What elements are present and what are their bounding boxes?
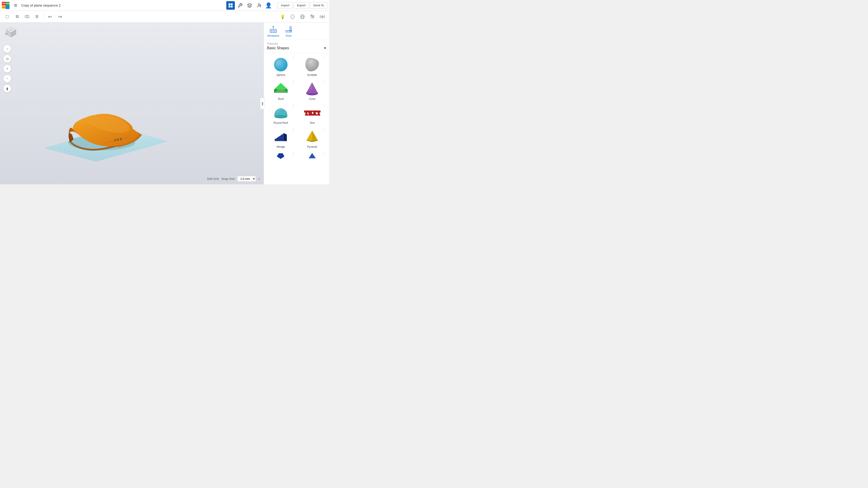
svg-rect-2 [228, 6, 230, 7]
viewport[interactable]: BACK TOP BACK ⌂ ⊙ + − ⧫ [0, 23, 264, 184]
snap-grid-label: Snap Grid [221, 177, 235, 181]
copy-button[interactable]: ⧉ [13, 12, 22, 21]
redo-button[interactable]: ↪ [55, 12, 64, 21]
svg-marker-88 [306, 131, 312, 142]
round-roof-icon [272, 105, 290, 121]
group-button[interactable] [23, 12, 32, 21]
ruler-button[interactable]: Ruler [285, 25, 293, 37]
project-title: Copy of plane sequence 2 [21, 3, 226, 7]
cone-icon [303, 80, 321, 96]
svg-rect-0 [228, 3, 230, 5]
zoom-in-button[interactable]: + [3, 65, 11, 73]
svg-rect-9 [28, 15, 29, 17]
shape-item-partial-2[interactable]: ☆ [297, 151, 328, 162]
svg-marker-91 [309, 153, 316, 158]
shape-category-dropdown[interactable]: Basic Shapes ▾ [267, 45, 326, 51]
star-partial-2-button[interactable]: ☆ [323, 152, 326, 155]
partial-shape-1-icon [272, 153, 290, 160]
home-view-button[interactable]: ⌂ [3, 45, 11, 53]
pyramid-icon [303, 129, 321, 144]
partial-shape-2-icon [303, 153, 321, 160]
left-controls: BACK TOP BACK ⌂ ⊙ + − ⧫ [3, 25, 19, 93]
star-partial-1-button[interactable]: ☆ [292, 152, 295, 155]
topbar: TIN KER CAD ⊞ Copy of plane sequence 2 [0, 0, 329, 11]
perspective-button[interactable]: ⧫ [3, 85, 11, 93]
star-cone-button[interactable]: ☆ [323, 80, 326, 83]
layers-button[interactable] [245, 1, 254, 10]
star-text-button[interactable]: ☆ [323, 104, 326, 107]
panel-dropdown: Tinkercad Basic Shapes ▾ [264, 40, 329, 53]
shape-item-roof[interactable]: ☆ Roof [266, 79, 296, 102]
star-wedge-button[interactable]: ☆ [292, 128, 295, 131]
svg-point-5 [258, 3, 260, 5]
star-roof-button[interactable]: ☆ [292, 80, 295, 83]
sendto-button[interactable]: Send To [310, 2, 327, 8]
edit-grid-link[interactable]: Edit Grid [207, 177, 219, 181]
panel-top-icons: Workplane [264, 23, 329, 40]
light-button[interactable]: 💡 [278, 13, 287, 21]
star-round-roof-button[interactable]: ☆ [292, 104, 295, 107]
dropdown-sublabel: Tinkercad [267, 42, 326, 45]
text-3d-icon: TEXT TEXT [303, 105, 321, 121]
star-sphere-button[interactable]: ☆ [292, 56, 295, 59]
dropdown-arrow-icon: ▾ [324, 46, 326, 50]
toolbar: □ ⧉ 🗑 ↩ ↪ 💡 [0, 11, 329, 23]
scribble-label: Scribble [307, 73, 317, 76]
toolbar-right: 💡 [278, 13, 327, 21]
shape-item-pyramid[interactable]: ☆ Pyramid [297, 127, 328, 150]
mirror-button[interactable] [318, 13, 327, 21]
star-scribble-button[interactable]: ☆ [323, 56, 326, 59]
svg-marker-87 [312, 131, 318, 142]
add-user-button[interactable] [255, 1, 264, 10]
wireframe-button[interactable] [298, 13, 307, 21]
shape-item-round-roof[interactable]: ☆ Round Roof [266, 103, 296, 126]
workplane-button[interactable]: Workplane [268, 25, 279, 37]
undo-button[interactable]: ↩ [45, 12, 55, 21]
shape-item-partial-1[interactable]: ☆ [266, 151, 296, 162]
new-button[interactable]: □ [3, 12, 12, 21]
profile-button[interactable]: 👤 [264, 1, 273, 10]
svg-marker-10 [291, 14, 294, 19]
panel-collapse-handle[interactable]: ❯ [260, 98, 265, 109]
pyramid-label: Pyramid [307, 145, 317, 149]
3d-scene: ▐▌▐▌▐▌ [0, 23, 264, 184]
sphere-label: Sphere [276, 73, 285, 76]
wedge-label: Wedge [276, 145, 285, 149]
zoom-out-button[interactable]: − [3, 74, 11, 83]
tools-button[interactable] [236, 1, 244, 10]
workplane-label: Workplane [268, 34, 279, 37]
shape-item-text[interactable]: ☆ TEXT TEXT Text [297, 103, 328, 126]
grid-view-button[interactable] [226, 1, 235, 10]
svg-marker-72 [274, 89, 287, 93]
fit-view-button[interactable]: ⊙ [3, 55, 11, 63]
grid-list-toggle-button[interactable]: ⊞ [11, 1, 20, 10]
orientation-cube[interactable]: BACK TOP BACK [3, 25, 19, 41]
export-button[interactable]: Export [293, 2, 309, 8]
align-button[interactable] [308, 13, 316, 21]
shape-item-cone[interactable]: ☆ Cone [297, 79, 328, 102]
shape-item-sphere[interactable]: ☆ Sphere [266, 55, 296, 78]
svg-point-78 [274, 115, 287, 118]
svg-marker-85 [284, 133, 287, 141]
import-button[interactable]: Import [278, 2, 293, 8]
scribble-icon [303, 57, 321, 72]
svg-rect-3 [231, 6, 232, 7]
star-pyramid-button[interactable]: ☆ [323, 128, 326, 131]
shape-toggle-button[interactable] [288, 13, 297, 21]
main-area: BACK TOP BACK ⌂ ⊙ + − ⧫ [0, 23, 329, 184]
bottom-controls: Edit Grid Snap Grid 1.0 mm 0.5 mm 2.0 mm… [207, 176, 260, 182]
svg-marker-89 [306, 141, 318, 142]
right-panel: Workplane [264, 23, 329, 184]
snap-dropdown-arrow[interactable]: ▾ [258, 177, 260, 181]
delete-button[interactable]: 🗑 [33, 12, 41, 21]
svg-marker-21 [322, 15, 324, 18]
shape-item-wedge[interactable]: ☆ Wedge [266, 127, 296, 150]
roof-icon [272, 80, 290, 96]
shape-category-label: Basic Shapes [267, 46, 289, 50]
svg-rect-27 [0, 23, 264, 184]
ruler-label: Ruler [286, 34, 291, 37]
svg-text:TEXT: TEXT [305, 110, 320, 117]
snap-grid-select[interactable]: 1.0 mm 0.5 mm 2.0 mm [237, 176, 256, 182]
shape-item-scribble[interactable]: ☆ Scribble [297, 55, 328, 78]
svg-marker-4 [248, 3, 252, 5]
